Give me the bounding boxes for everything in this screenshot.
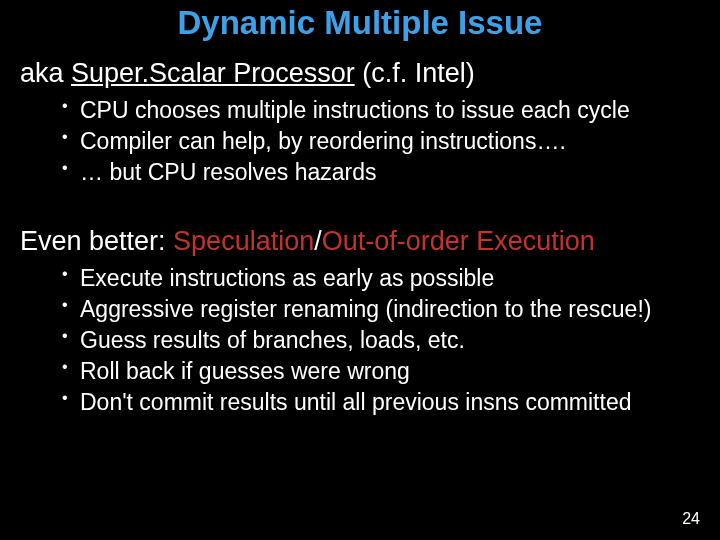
slide: Dynamic Multiple Issue aka Super.Scalar … [0,0,720,540]
section2-lead-red2: Out-of-order Execution [322,226,595,256]
list-item: Aggressive register renaming (indirectio… [62,294,700,325]
slide-body: aka Super.Scalar Processor (c.f. Intel) … [0,42,720,418]
list-item: Execute instructions as early as possibl… [62,263,700,294]
section1-list: CPU chooses multiple instructions to iss… [62,95,700,188]
section2-lead-sep: / [314,226,322,256]
list-item: … but CPU resolves hazards [62,157,700,188]
section1-lead-span1: Super. [71,58,149,88]
section1-lead: aka Super.Scalar Processor (c.f. Intel) [20,58,700,89]
section2-lead-red1: Speculation [173,226,314,256]
list-item: Don't commit results until all previous … [62,387,700,418]
section1-lead-pre: aka [20,58,71,88]
slide-title: Dynamic Multiple Issue [0,0,720,42]
section2-list: Execute instructions as early as possibl… [62,263,700,418]
page-number: 24 [682,510,700,528]
section2-lead-pre: Even better: [20,226,173,256]
list-item: Compiler can help, by reordering instruc… [62,126,700,157]
list-item: Roll back if guesses were wrong [62,356,700,387]
list-item: Guess results of branches, loads, etc. [62,325,700,356]
section1-lead-span2: Scalar Processor [149,58,355,88]
section2-lead: Even better: Speculation/Out-of-order Ex… [20,226,700,257]
list-item: CPU chooses multiple instructions to iss… [62,95,700,126]
section1-lead-post: (c.f. Intel) [355,58,475,88]
